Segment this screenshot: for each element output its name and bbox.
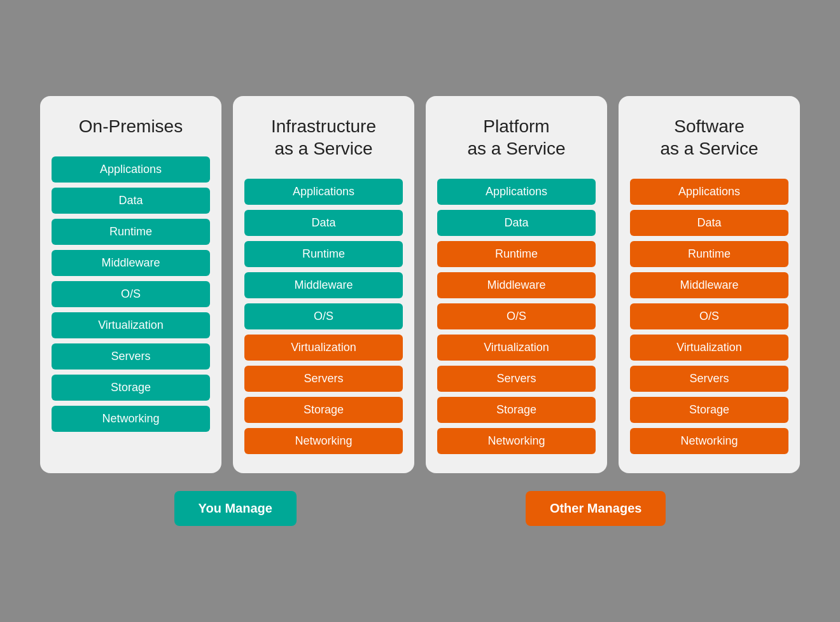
stack-item-servers: Servers (52, 343, 210, 370)
stack-item-runtime: Runtime (52, 219, 210, 245)
stack-item-o-s: O/S (437, 303, 596, 329)
stack-item-virtualization: Virtualization (630, 335, 788, 361)
stack-item-storage: Storage (52, 375, 210, 401)
stack-item-runtime: Runtime (244, 241, 403, 267)
stack-item-middleware: Middleware (52, 250, 210, 276)
stack-item-o-s: O/S (244, 303, 403, 329)
column-iaas: Infrastructure as a ServiceApplicationsD… (233, 96, 414, 473)
stack-item-servers: Servers (437, 366, 596, 392)
legend-row: You Manage Other Manages (13, 491, 827, 526)
stack-list-on-premises: ApplicationsDataRuntimeMiddlewareO/SVirt… (52, 156, 210, 432)
column-saas: Software as a ServiceApplicationsDataRun… (619, 96, 800, 473)
stack-item-o-s: O/S (630, 303, 788, 329)
stack-item-networking: Networking (437, 428, 596, 454)
column-on-premises: On-PremisesApplicationsDataRuntimeMiddle… (40, 96, 221, 473)
stack-item-storage: Storage (437, 397, 596, 423)
stack-item-servers: Servers (244, 366, 403, 392)
stack-item-middleware: Middleware (437, 272, 596, 298)
stack-item-applications: Applications (52, 156, 210, 183)
stack-item-middleware: Middleware (630, 272, 788, 298)
column-title-paas: Platform as a Service (467, 115, 565, 160)
stack-item-networking: Networking (52, 406, 210, 432)
column-title-on-premises: On-Premises (79, 115, 183, 137)
column-title-saas: Software as a Service (660, 115, 758, 160)
stack-item-data: Data (52, 188, 210, 214)
column-title-iaas: Infrastructure as a Service (271, 115, 376, 160)
stack-item-middleware: Middleware (244, 272, 403, 298)
stack-item-applications: Applications (244, 179, 403, 205)
stack-item-applications: Applications (630, 179, 788, 205)
stack-item-applications: Applications (437, 179, 596, 205)
column-paas: Platform as a ServiceApplicationsDataRun… (426, 96, 607, 473)
other-manages-legend: Other Manages (526, 491, 666, 526)
stack-item-virtualization: Virtualization (244, 335, 403, 361)
stack-item-runtime: Runtime (437, 241, 596, 267)
stack-item-data: Data (630, 210, 788, 236)
stack-item-runtime: Runtime (630, 241, 788, 267)
stack-item-virtualization: Virtualization (437, 335, 596, 361)
stack-item-storage: Storage (630, 397, 788, 423)
stack-list-iaas: ApplicationsDataRuntimeMiddlewareO/SVirt… (244, 179, 403, 454)
stack-item-networking: Networking (630, 428, 788, 454)
columns-row: On-PremisesApplicationsDataRuntimeMiddle… (13, 96, 827, 473)
stack-list-saas: ApplicationsDataRuntimeMiddlewareO/SVirt… (630, 179, 788, 454)
stack-item-networking: Networking (244, 428, 403, 454)
stack-item-o-s: O/S (52, 281, 210, 307)
you-manage-legend: You Manage (174, 491, 297, 526)
stack-item-servers: Servers (630, 366, 788, 392)
stack-item-virtualization: Virtualization (52, 312, 210, 338)
stack-item-storage: Storage (244, 397, 403, 423)
stack-item-data: Data (244, 210, 403, 236)
stack-item-data: Data (437, 210, 596, 236)
stack-list-paas: ApplicationsDataRuntimeMiddlewareO/SVirt… (437, 179, 596, 454)
diagram-container: On-PremisesApplicationsDataRuntimeMiddle… (13, 96, 827, 526)
